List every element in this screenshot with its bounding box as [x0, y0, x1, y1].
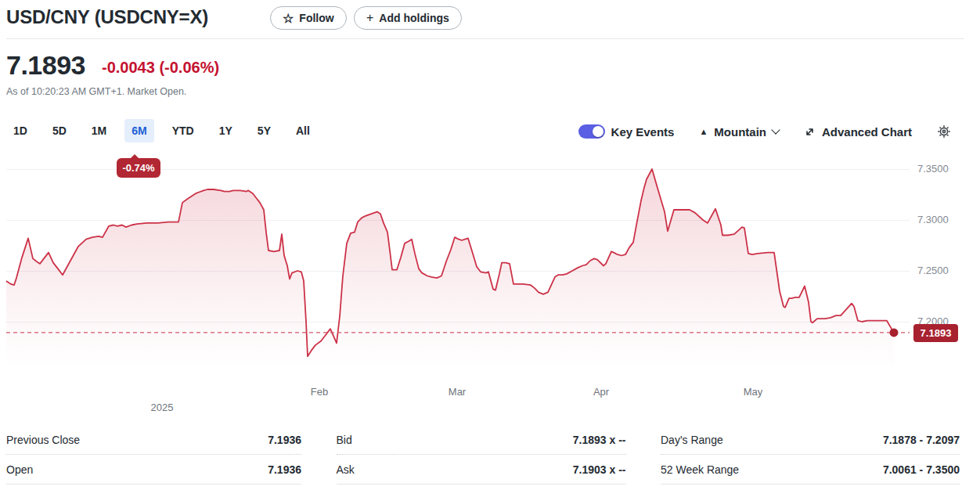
x-axis-month-label: Apr [593, 386, 609, 398]
stat-value: 7.1936 [268, 434, 301, 446]
advanced-chart-link[interactable]: Advanced Chart [804, 125, 912, 139]
stat-value: 7.1936 [268, 463, 301, 476]
star-icon: ☆ [283, 11, 294, 26]
advanced-chart-label: Advanced Chart [822, 125, 912, 139]
page-title: USD/CNY (USDCNY=X) [6, 6, 208, 28]
y-axis-tick: 7.2500 [917, 265, 949, 276]
range-tab-1d[interactable]: 1D [6, 119, 34, 142]
mountain-icon: ▲ [699, 128, 708, 136]
stat-label: Previous Close [6, 434, 80, 446]
chevron-down-icon [771, 125, 780, 134]
stat-days-range: Day's Range 7.1878 - 7.2097 [661, 426, 960, 455]
range-tab-5y[interactable]: 5Y [250, 119, 278, 142]
key-events-toggle[interactable] [578, 124, 605, 139]
x-axis-month-label: May [744, 386, 763, 398]
add-holdings-label: Add holdings [379, 12, 449, 24]
stat-value: 7.1893 x -- [573, 434, 626, 446]
x-axis-year-label: 2025 [151, 402, 174, 413]
stat-label: 52 Week Range [661, 463, 739, 476]
stat-label: Open [6, 463, 33, 476]
current-price-pill: 7.1893 [913, 324, 958, 342]
add-holdings-button[interactable]: + Add holdings [354, 6, 462, 30]
x-axis-month-label: Mar [449, 386, 466, 398]
y-axis-tick: 7.3000 [917, 214, 949, 225]
follow-label: Follow [299, 12, 333, 24]
stat-open: Open 7.1936 [6, 455, 301, 485]
y-axis-tick: 7.3500 [917, 163, 949, 175]
range-tab-ytd[interactable]: YTD [165, 119, 201, 142]
range-tab-all[interactable]: All [289, 119, 317, 142]
key-events-control: Key Events [578, 124, 675, 139]
x-axis-month-label: Feb [311, 386, 328, 398]
toggle-knob [593, 126, 603, 137]
chart-type-dropdown[interactable]: ▲ Mountain [699, 125, 779, 139]
header-divider [6, 38, 964, 39]
price-change: -0.0043 (-0.06%) [102, 59, 219, 77]
stat-value: 7.1878 - 7.2097 [883, 434, 960, 446]
chart-controls: Key Events ▲ Mountain Advanced Chart [578, 119, 951, 144]
range-tab-5d[interactable]: 5D [45, 119, 74, 142]
follow-button[interactable]: ☆ Follow [270, 6, 347, 30]
as-of-text: As of 10:20:23 AM GMT+1. Market Open. [6, 86, 186, 97]
stat-label: Bid [337, 434, 352, 446]
chart-type-label: Mountain [714, 125, 766, 139]
current-price: 7.1893 [6, 50, 85, 81]
price-chart[interactable] [6, 153, 910, 380]
stat-label: Day's Range [661, 434, 723, 446]
range-tab-6m[interactable]: 6M [124, 119, 153, 142]
key-events-label: Key Events [611, 125, 675, 139]
gear-icon[interactable] [937, 124, 951, 139]
stat-label: Ask [337, 463, 355, 476]
expand-diagonal-icon [804, 126, 816, 138]
range-change-badge: -0.74% [117, 158, 160, 178]
stat-value: 7.1903 x -- [573, 463, 626, 476]
stat-bid: Bid 7.1893 x -- [337, 426, 626, 455]
range-tab-1m[interactable]: 1M [85, 119, 113, 142]
range-tab-bar: 1D 5D 1M 6M YTD 1Y 5Y All [6, 119, 317, 142]
stat-value: 7.0061 - 7.3500 [883, 463, 960, 476]
stat-52-week-range: 52 Week Range 7.0061 - 7.3500 [661, 455, 960, 485]
stat-previous-close: Previous Close 7.1936 [6, 426, 301, 455]
range-tab-1y[interactable]: 1Y [212, 119, 240, 142]
stat-ask: Ask 7.1903 x -- [337, 455, 626, 485]
plus-icon: + [366, 11, 373, 25]
quote-statistics: Previous Close 7.1936 Open 7.1936 Bid 7.… [6, 426, 960, 485]
